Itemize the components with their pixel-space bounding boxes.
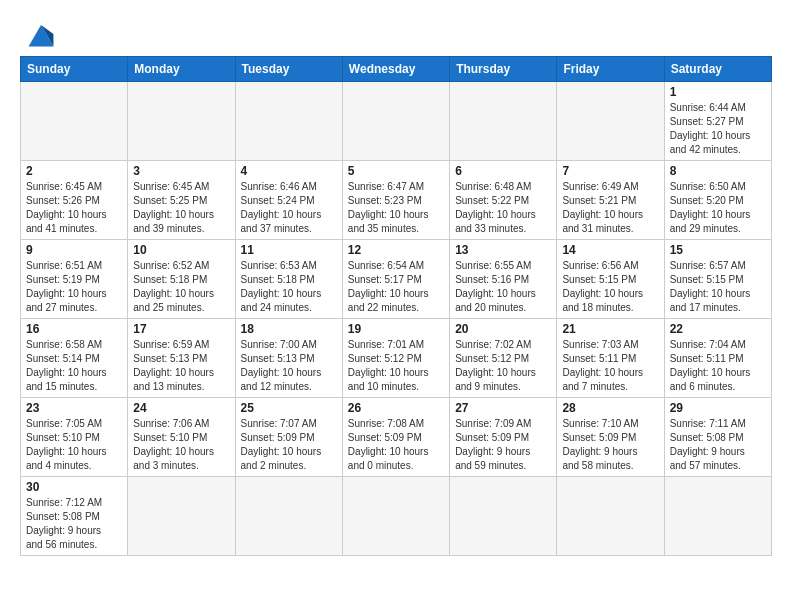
day-number: 10 bbox=[133, 243, 229, 257]
calendar-cell bbox=[342, 82, 449, 161]
day-number: 7 bbox=[562, 164, 658, 178]
calendar-cell: 6Sunrise: 6:48 AM Sunset: 5:22 PM Daylig… bbox=[450, 161, 557, 240]
calendar-cell: 10Sunrise: 6:52 AM Sunset: 5:18 PM Dayli… bbox=[128, 240, 235, 319]
day-number: 23 bbox=[26, 401, 122, 415]
calendar-cell: 11Sunrise: 6:53 AM Sunset: 5:18 PM Dayli… bbox=[235, 240, 342, 319]
calendar-cell: 2Sunrise: 6:45 AM Sunset: 5:26 PM Daylig… bbox=[21, 161, 128, 240]
day-info: Sunrise: 6:53 AM Sunset: 5:18 PM Dayligh… bbox=[241, 259, 337, 315]
weekday-header-sunday: Sunday bbox=[21, 57, 128, 82]
calendar-cell: 15Sunrise: 6:57 AM Sunset: 5:15 PM Dayli… bbox=[664, 240, 771, 319]
week-row-5: 30Sunrise: 7:12 AM Sunset: 5:08 PM Dayli… bbox=[21, 477, 772, 556]
calendar-cell: 5Sunrise: 6:47 AM Sunset: 5:23 PM Daylig… bbox=[342, 161, 449, 240]
calendar-cell bbox=[235, 82, 342, 161]
calendar-cell: 23Sunrise: 7:05 AM Sunset: 5:10 PM Dayli… bbox=[21, 398, 128, 477]
day-number: 2 bbox=[26, 164, 122, 178]
week-row-0: 1Sunrise: 6:44 AM Sunset: 5:27 PM Daylig… bbox=[21, 82, 772, 161]
calendar-cell bbox=[128, 477, 235, 556]
calendar-cell: 24Sunrise: 7:06 AM Sunset: 5:10 PM Dayli… bbox=[128, 398, 235, 477]
calendar-cell: 4Sunrise: 6:46 AM Sunset: 5:24 PM Daylig… bbox=[235, 161, 342, 240]
day-number: 22 bbox=[670, 322, 766, 336]
day-number: 5 bbox=[348, 164, 444, 178]
day-info: Sunrise: 6:54 AM Sunset: 5:17 PM Dayligh… bbox=[348, 259, 444, 315]
day-info: Sunrise: 6:52 AM Sunset: 5:18 PM Dayligh… bbox=[133, 259, 229, 315]
day-number: 19 bbox=[348, 322, 444, 336]
day-number: 21 bbox=[562, 322, 658, 336]
day-number: 26 bbox=[348, 401, 444, 415]
day-number: 27 bbox=[455, 401, 551, 415]
calendar-cell: 20Sunrise: 7:02 AM Sunset: 5:12 PM Dayli… bbox=[450, 319, 557, 398]
calendar-cell bbox=[128, 82, 235, 161]
calendar-cell: 28Sunrise: 7:10 AM Sunset: 5:09 PM Dayli… bbox=[557, 398, 664, 477]
day-info: Sunrise: 7:01 AM Sunset: 5:12 PM Dayligh… bbox=[348, 338, 444, 394]
day-info: Sunrise: 7:08 AM Sunset: 5:09 PM Dayligh… bbox=[348, 417, 444, 473]
calendar-cell: 26Sunrise: 7:08 AM Sunset: 5:09 PM Dayli… bbox=[342, 398, 449, 477]
day-number: 30 bbox=[26, 480, 122, 494]
day-number: 29 bbox=[670, 401, 766, 415]
week-row-4: 23Sunrise: 7:05 AM Sunset: 5:10 PM Dayli… bbox=[21, 398, 772, 477]
day-info: Sunrise: 6:50 AM Sunset: 5:20 PM Dayligh… bbox=[670, 180, 766, 236]
day-info: Sunrise: 7:05 AM Sunset: 5:10 PM Dayligh… bbox=[26, 417, 122, 473]
day-number: 9 bbox=[26, 243, 122, 257]
day-number: 15 bbox=[670, 243, 766, 257]
calendar-cell: 25Sunrise: 7:07 AM Sunset: 5:09 PM Dayli… bbox=[235, 398, 342, 477]
weekday-header-saturday: Saturday bbox=[664, 57, 771, 82]
day-number: 13 bbox=[455, 243, 551, 257]
weekday-header-tuesday: Tuesday bbox=[235, 57, 342, 82]
day-info: Sunrise: 7:02 AM Sunset: 5:12 PM Dayligh… bbox=[455, 338, 551, 394]
day-info: Sunrise: 7:11 AM Sunset: 5:08 PM Dayligh… bbox=[670, 417, 766, 473]
weekday-header-row: SundayMondayTuesdayWednesdayThursdayFrid… bbox=[21, 57, 772, 82]
day-number: 17 bbox=[133, 322, 229, 336]
day-info: Sunrise: 7:10 AM Sunset: 5:09 PM Dayligh… bbox=[562, 417, 658, 473]
day-number: 4 bbox=[241, 164, 337, 178]
header bbox=[20, 18, 772, 50]
day-number: 24 bbox=[133, 401, 229, 415]
day-info: Sunrise: 6:58 AM Sunset: 5:14 PM Dayligh… bbox=[26, 338, 122, 394]
calendar-cell: 7Sunrise: 6:49 AM Sunset: 5:21 PM Daylig… bbox=[557, 161, 664, 240]
calendar-cell: 22Sunrise: 7:04 AM Sunset: 5:11 PM Dayli… bbox=[664, 319, 771, 398]
calendar-cell: 14Sunrise: 6:56 AM Sunset: 5:15 PM Dayli… bbox=[557, 240, 664, 319]
day-info: Sunrise: 7:09 AM Sunset: 5:09 PM Dayligh… bbox=[455, 417, 551, 473]
logo bbox=[20, 18, 57, 50]
week-row-2: 9Sunrise: 6:51 AM Sunset: 5:19 PM Daylig… bbox=[21, 240, 772, 319]
page: SundayMondayTuesdayWednesdayThursdayFrid… bbox=[0, 0, 792, 566]
day-info: Sunrise: 7:12 AM Sunset: 5:08 PM Dayligh… bbox=[26, 496, 122, 552]
calendar-cell bbox=[557, 477, 664, 556]
day-info: Sunrise: 6:51 AM Sunset: 5:19 PM Dayligh… bbox=[26, 259, 122, 315]
calendar-cell: 29Sunrise: 7:11 AM Sunset: 5:08 PM Dayli… bbox=[664, 398, 771, 477]
calendar-cell: 16Sunrise: 6:58 AM Sunset: 5:14 PM Dayli… bbox=[21, 319, 128, 398]
calendar-cell: 8Sunrise: 6:50 AM Sunset: 5:20 PM Daylig… bbox=[664, 161, 771, 240]
day-info: Sunrise: 6:55 AM Sunset: 5:16 PM Dayligh… bbox=[455, 259, 551, 315]
weekday-header-wednesday: Wednesday bbox=[342, 57, 449, 82]
day-number: 25 bbox=[241, 401, 337, 415]
day-info: Sunrise: 7:00 AM Sunset: 5:13 PM Dayligh… bbox=[241, 338, 337, 394]
calendar-cell bbox=[557, 82, 664, 161]
calendar-cell bbox=[342, 477, 449, 556]
calendar-cell: 30Sunrise: 7:12 AM Sunset: 5:08 PM Dayli… bbox=[21, 477, 128, 556]
day-number: 3 bbox=[133, 164, 229, 178]
calendar-cell: 27Sunrise: 7:09 AM Sunset: 5:09 PM Dayli… bbox=[450, 398, 557, 477]
day-info: Sunrise: 6:56 AM Sunset: 5:15 PM Dayligh… bbox=[562, 259, 658, 315]
calendar-cell: 9Sunrise: 6:51 AM Sunset: 5:19 PM Daylig… bbox=[21, 240, 128, 319]
day-info: Sunrise: 7:04 AM Sunset: 5:11 PM Dayligh… bbox=[670, 338, 766, 394]
day-number: 1 bbox=[670, 85, 766, 99]
day-info: Sunrise: 6:45 AM Sunset: 5:26 PM Dayligh… bbox=[26, 180, 122, 236]
day-number: 28 bbox=[562, 401, 658, 415]
day-info: Sunrise: 6:49 AM Sunset: 5:21 PM Dayligh… bbox=[562, 180, 658, 236]
day-number: 8 bbox=[670, 164, 766, 178]
day-info: Sunrise: 6:59 AM Sunset: 5:13 PM Dayligh… bbox=[133, 338, 229, 394]
day-info: Sunrise: 6:46 AM Sunset: 5:24 PM Dayligh… bbox=[241, 180, 337, 236]
week-row-1: 2Sunrise: 6:45 AM Sunset: 5:26 PM Daylig… bbox=[21, 161, 772, 240]
calendar-cell bbox=[235, 477, 342, 556]
weekday-header-friday: Friday bbox=[557, 57, 664, 82]
calendar-cell bbox=[664, 477, 771, 556]
calendar-cell: 21Sunrise: 7:03 AM Sunset: 5:11 PM Dayli… bbox=[557, 319, 664, 398]
day-info: Sunrise: 6:47 AM Sunset: 5:23 PM Dayligh… bbox=[348, 180, 444, 236]
day-info: Sunrise: 7:03 AM Sunset: 5:11 PM Dayligh… bbox=[562, 338, 658, 394]
day-info: Sunrise: 6:44 AM Sunset: 5:27 PM Dayligh… bbox=[670, 101, 766, 157]
weekday-header-thursday: Thursday bbox=[450, 57, 557, 82]
day-number: 11 bbox=[241, 243, 337, 257]
day-number: 18 bbox=[241, 322, 337, 336]
day-number: 14 bbox=[562, 243, 658, 257]
day-info: Sunrise: 6:57 AM Sunset: 5:15 PM Dayligh… bbox=[670, 259, 766, 315]
calendar-cell bbox=[450, 477, 557, 556]
